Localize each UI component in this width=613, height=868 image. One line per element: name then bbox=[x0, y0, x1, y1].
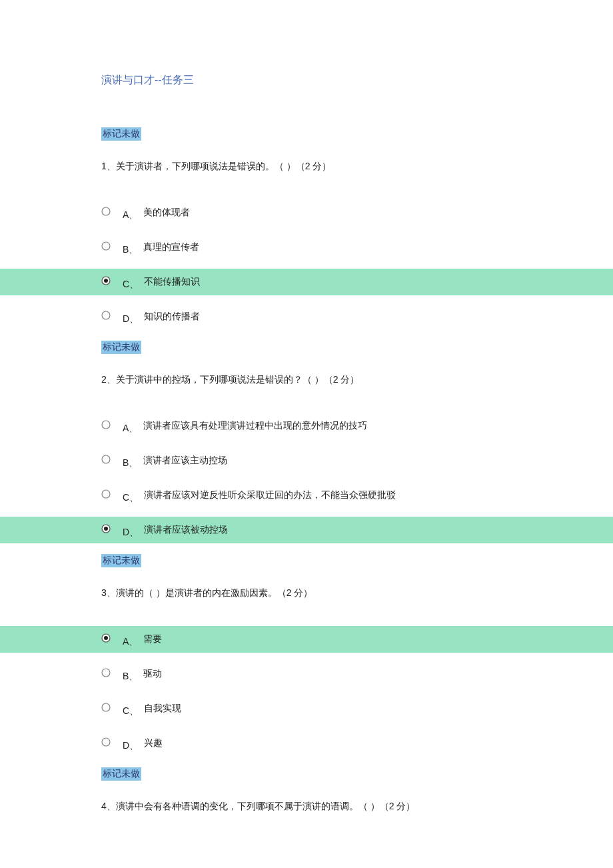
option-text: 驱动 bbox=[143, 668, 162, 680]
option-text: 不能传播知识 bbox=[144, 276, 200, 288]
option-text: 真理的宣传者 bbox=[143, 241, 199, 253]
option-row[interactable]: D、演讲者应该被动控场 bbox=[0, 517, 613, 543]
svg-point-5 bbox=[102, 421, 110, 429]
option-letter: C、 bbox=[123, 279, 139, 291]
svg-point-6 bbox=[102, 455, 110, 463]
radio-selected-icon[interactable] bbox=[101, 524, 111, 533]
radio-unselected-icon[interactable] bbox=[101, 207, 111, 216]
svg-point-7 bbox=[102, 490, 110, 498]
svg-point-9 bbox=[104, 527, 108, 531]
option-letter: D、 bbox=[123, 527, 139, 539]
option-letter: B、 bbox=[123, 671, 138, 683]
option-text: 美的体现者 bbox=[143, 207, 190, 219]
options-block: A、美的体现者B、真理的宣传者C、不能传播知识D、知识的传播者 bbox=[98, 199, 593, 330]
question-text: 4、演讲中会有各种语调的变化，下列哪项不属于演讲的语调。（ ）（2 分） bbox=[101, 801, 593, 813]
option-letter: B、 bbox=[123, 244, 138, 256]
option-row[interactable]: D、兴趣 bbox=[98, 730, 593, 757]
option-letter: B、 bbox=[123, 457, 138, 469]
radio-selected-icon[interactable] bbox=[101, 276, 111, 285]
option-letter: A、 bbox=[123, 423, 138, 435]
option-row[interactable]: C、自我实现 bbox=[98, 695, 593, 722]
radio-unselected-icon[interactable] bbox=[101, 420, 111, 429]
marker-undone[interactable]: 标记未做 bbox=[101, 767, 141, 781]
option-row[interactable]: B、演讲者应该主动控场 bbox=[98, 447, 593, 474]
question-block: 3、演讲的（ ）是演讲者的内在激励因素。（2 分）A、需要B、驱动C、自我实现D… bbox=[101, 587, 593, 757]
option-letter: D、 bbox=[123, 313, 139, 325]
option-text: 演讲者应该被动控场 bbox=[144, 524, 228, 536]
svg-point-3 bbox=[104, 279, 108, 283]
option-text: 演讲者应该对逆反性听众采取迂回的办法，不能当众强硬批驳 bbox=[144, 489, 396, 501]
page-title: 演讲与口才--任务三 bbox=[0, 73, 613, 87]
content-area: 标记未做1、关于演讲者，下列哪项说法是错误的。（ ）（2 分）A、美的体现者B、… bbox=[0, 114, 613, 813]
option-text: 知识的传播者 bbox=[144, 311, 200, 323]
svg-point-11 bbox=[104, 636, 108, 640]
question-block: 4、演讲中会有各种语调的变化，下列哪项不属于演讲的语调。（ ）（2 分） bbox=[101, 801, 593, 813]
question-block: 1、关于演讲者，下列哪项说法是错误的。（ ）（2 分）A、美的体现者B、真理的宣… bbox=[101, 161, 593, 330]
radio-unselected-icon[interactable] bbox=[101, 489, 111, 499]
option-letter: C、 bbox=[123, 492, 139, 504]
option-row[interactable]: C、不能传播知识 bbox=[0, 269, 613, 295]
svg-point-1 bbox=[102, 242, 110, 250]
option-text: 演讲者应该具有处理演讲过程中出现的意外情况的技巧 bbox=[143, 420, 367, 432]
radio-unselected-icon[interactable] bbox=[101, 703, 111, 712]
radio-unselected-icon[interactable] bbox=[101, 737, 111, 747]
options-block: A、演讲者应该具有处理演讲过程中出现的意外情况的技巧B、演讲者应该主动控场C、演… bbox=[98, 413, 593, 543]
option-text: 演讲者应该主动控场 bbox=[143, 455, 227, 467]
question-text: 1、关于演讲者，下列哪项说法是错误的。（ ）（2 分） bbox=[101, 161, 593, 173]
marker-undone[interactable]: 标记未做 bbox=[101, 341, 141, 354]
option-text: 需要 bbox=[143, 633, 162, 645]
radio-unselected-icon[interactable] bbox=[101, 668, 111, 677]
option-letter: D、 bbox=[123, 740, 139, 752]
question-text: 2、关于演讲中的控场，下列哪项说法是错误的？（ ）（2 分） bbox=[101, 374, 593, 386]
option-row[interactable]: A、演讲者应该具有处理演讲过程中出现的意外情况的技巧 bbox=[98, 413, 593, 439]
marker-undone[interactable]: 标记未做 bbox=[101, 127, 141, 141]
option-text: 自我实现 bbox=[144, 703, 181, 715]
marker-undone[interactable]: 标记未做 bbox=[101, 554, 141, 567]
radio-unselected-icon[interactable] bbox=[101, 311, 111, 320]
svg-point-4 bbox=[102, 311, 110, 319]
option-letter: C、 bbox=[123, 705, 139, 717]
options-block: A、需要B、驱动C、自我实现D、兴趣 bbox=[98, 626, 593, 757]
radio-unselected-icon[interactable] bbox=[101, 241, 111, 251]
radio-selected-icon[interactable] bbox=[101, 633, 111, 643]
question-block: 2、关于演讲中的控场，下列哪项说法是错误的？（ ）（2 分）A、演讲者应该具有处… bbox=[101, 374, 593, 543]
option-row[interactable]: A、美的体现者 bbox=[98, 199, 593, 226]
svg-point-14 bbox=[102, 738, 110, 746]
option-row[interactable]: D、知识的传播者 bbox=[98, 303, 593, 330]
svg-point-0 bbox=[102, 207, 110, 215]
radio-unselected-icon[interactable] bbox=[101, 455, 111, 464]
option-row[interactable]: B、真理的宣传者 bbox=[98, 234, 593, 261]
svg-point-12 bbox=[102, 669, 110, 677]
svg-point-13 bbox=[102, 703, 110, 711]
option-letter: A、 bbox=[123, 636, 138, 648]
option-row[interactable]: C、演讲者应该对逆反性听众采取迂回的办法，不能当众强硬批驳 bbox=[98, 482, 593, 509]
question-text: 3、演讲的（ ）是演讲者的内在激励因素。（2 分） bbox=[101, 587, 593, 599]
option-letter: A、 bbox=[123, 209, 138, 221]
option-row[interactable]: A、需要 bbox=[0, 626, 613, 653]
option-row[interactable]: B、驱动 bbox=[98, 661, 593, 687]
option-text: 兴趣 bbox=[144, 737, 163, 749]
